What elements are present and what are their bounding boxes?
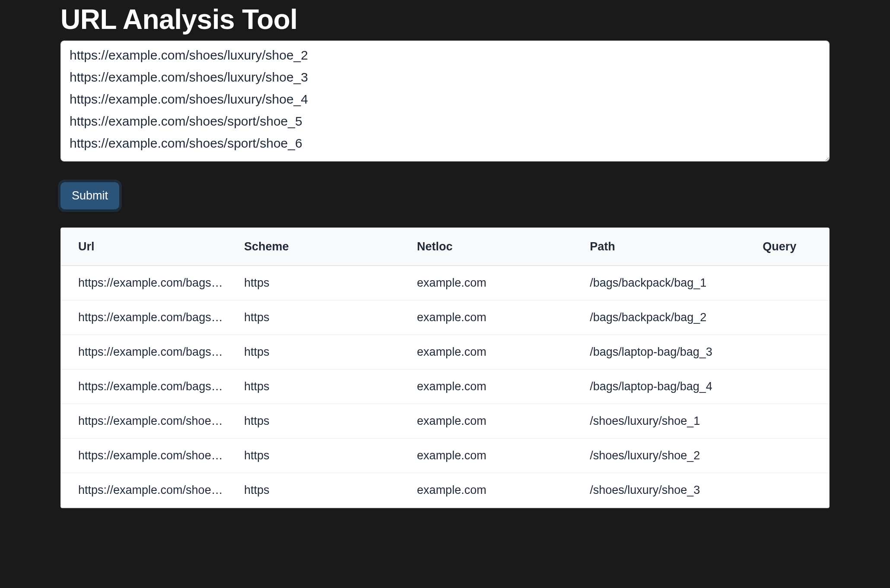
table-header-scheme: Scheme (234, 228, 407, 266)
table-row: https://example.com/bags/backpack/bag_1h… (61, 266, 829, 300)
table-cell-query (752, 370, 829, 404)
table-row: https://example.com/shoes/luxury/shoe_3h… (61, 473, 829, 508)
table-cell-url: https://example.com/shoes/luxury/shoe_2 (61, 439, 234, 473)
table-header-netloc: Netloc (407, 228, 579, 266)
table-cell-scheme: https (234, 266, 407, 300)
table-cell-url: https://example.com/bags/laptop-bag/bag_… (61, 335, 234, 370)
table-cell-scheme: https (234, 404, 407, 439)
table-cell-path: /shoes/luxury/shoe_3 (579, 473, 752, 508)
table-header-url: Url (61, 228, 234, 266)
table-cell-scheme: https (234, 300, 407, 335)
table-row: https://example.com/bags/laptop-bag/bag_… (61, 335, 829, 370)
table-cell-url: https://example.com/bags/backpack/bag_2 (61, 300, 234, 335)
table-cell-netloc: example.com (407, 335, 579, 370)
table-cell-query (752, 473, 829, 508)
table-cell-query (752, 335, 829, 370)
table-cell-url: https://example.com/shoes/luxury/shoe_3 (61, 473, 234, 508)
url-input-textarea[interactable] (60, 41, 830, 161)
table-cell-netloc: example.com (407, 266, 579, 300)
table-cell-netloc: example.com (407, 300, 579, 335)
table-cell-netloc: example.com (407, 370, 579, 404)
table-cell-query (752, 439, 829, 473)
table-row: https://example.com/shoes/luxury/shoe_2h… (61, 439, 829, 473)
table-cell-query (752, 266, 829, 300)
table-cell-netloc: example.com (407, 404, 579, 439)
table-cell-path: /shoes/luxury/shoe_2 (579, 439, 752, 473)
results-table-wrapper: Url Scheme Netloc Path Query https://exa… (60, 228, 830, 508)
table-header-path: Path (579, 228, 752, 266)
submit-button[interactable]: Submit (60, 182, 119, 209)
page-title: URL Analysis Tool (60, 0, 830, 41)
table-cell-netloc: example.com (407, 473, 579, 508)
table-cell-query (752, 300, 829, 335)
table-cell-scheme: https (234, 335, 407, 370)
table-cell-query (752, 404, 829, 439)
table-cell-netloc: example.com (407, 439, 579, 473)
table-cell-scheme: https (234, 439, 407, 473)
table-row: https://example.com/bags/backpack/bag_2h… (61, 300, 829, 335)
table-cell-scheme: https (234, 473, 407, 508)
table-header-query: Query (752, 228, 829, 266)
results-table: Url Scheme Netloc Path Query https://exa… (61, 228, 829, 508)
table-row: https://example.com/bags/laptop-bag/bag_… (61, 370, 829, 404)
table-cell-url: https://example.com/bags/backpack/bag_1 (61, 266, 234, 300)
table-cell-path: /shoes/luxury/shoe_1 (579, 404, 752, 439)
table-cell-path: /bags/laptop-bag/bag_3 (579, 335, 752, 370)
table-cell-url: https://example.com/bags/laptop-bag/bag_… (61, 370, 234, 404)
table-cell-url: https://example.com/shoes/luxury/shoe_1 (61, 404, 234, 439)
table-cell-path: /bags/backpack/bag_1 (579, 266, 752, 300)
table-row: https://example.com/shoes/luxury/shoe_1h… (61, 404, 829, 439)
table-header-row: Url Scheme Netloc Path Query (61, 228, 829, 266)
table-cell-scheme: https (234, 370, 407, 404)
table-cell-path: /bags/backpack/bag_2 (579, 300, 752, 335)
table-cell-path: /bags/laptop-bag/bag_4 (579, 370, 752, 404)
